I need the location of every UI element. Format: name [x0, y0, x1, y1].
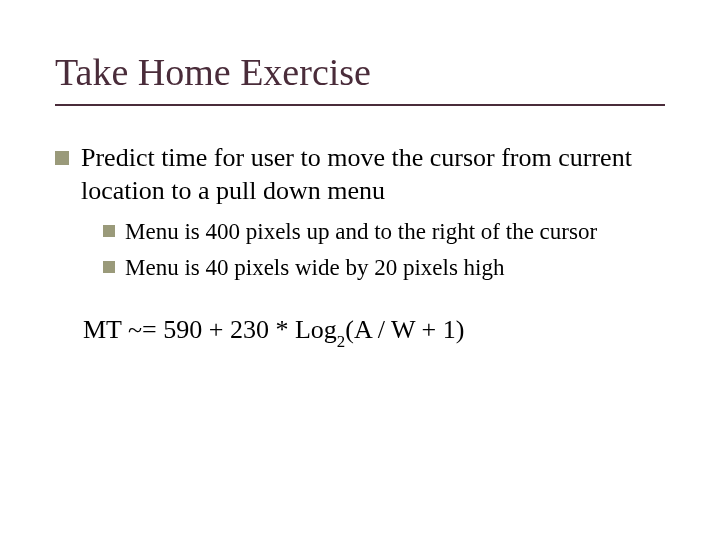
main-bullet-text: Predict time for user to move the cursor… — [81, 142, 665, 207]
main-bullet-row: Predict time for user to move the cursor… — [55, 142, 665, 207]
slide-title: Take Home Exercise — [55, 50, 665, 106]
square-bullet-icon — [103, 225, 115, 237]
square-bullet-icon — [55, 151, 69, 165]
equation-line: MT ~= 590 + 230 * Log2(A / W + 1) — [83, 315, 665, 349]
equation-prefix: MT ~= 590 + 230 * Log — [83, 315, 337, 344]
sub-bullet-row: Menu is 40 pixels wide by 20 pixels high — [103, 253, 665, 283]
sub-bullet-text: Menu is 400 pixels up and to the right o… — [125, 217, 597, 247]
sub-bullet-text: Menu is 40 pixels wide by 20 pixels high — [125, 253, 504, 283]
slide-content: Take Home Exercise Predict time for user… — [0, 0, 720, 389]
sub-bullets-container: Menu is 400 pixels up and to the right o… — [55, 217, 665, 283]
square-bullet-icon — [103, 261, 115, 273]
equation-subscript: 2 — [337, 332, 345, 351]
equation-suffix: (A / W + 1) — [345, 315, 464, 344]
sub-bullet-row: Menu is 400 pixels up and to the right o… — [103, 217, 665, 247]
